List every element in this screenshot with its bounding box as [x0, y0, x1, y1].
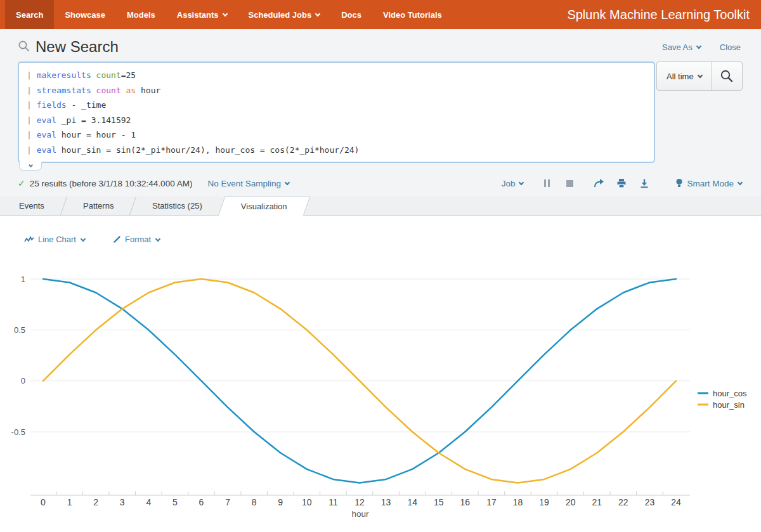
job-menu[interactable]: Job [502, 179, 524, 188]
search-title-icon [18, 40, 30, 55]
x-axis-tick-label: 23 [645, 497, 655, 507]
nav-item-video-tutorials[interactable]: Video Tutorials [372, 0, 453, 29]
x-axis-tick-label: 14 [407, 497, 417, 507]
export-button[interactable] [639, 178, 650, 189]
nav-item-assistants[interactable]: Assistants [166, 0, 238, 29]
x-axis-tick-label: 0 [41, 497, 46, 507]
print-button[interactable] [616, 178, 627, 189]
bulb-icon [675, 178, 683, 188]
save-as-button[interactable]: Save As [662, 42, 701, 52]
x-axis-tick-label: 16 [460, 497, 471, 507]
chevron-down-icon [285, 180, 290, 185]
share-button[interactable] [593, 178, 604, 189]
chart-type-menu[interactable]: Line Chart [24, 235, 85, 244]
y-axis-tick-label: 0 [21, 376, 25, 386]
chevron-down-icon [696, 44, 701, 49]
nav-item-search[interactable]: Search [5, 0, 54, 29]
spl-token: as [126, 86, 136, 95]
job-controls: Job Smart Mode [502, 178, 742, 189]
x-axis-tick-label: 19 [539, 497, 549, 507]
x-axis-tick-label: 24 [671, 497, 681, 507]
pause-button[interactable] [541, 178, 552, 189]
time-range-group: All time [656, 62, 743, 91]
top-nav: SearchShowcaseModelsAssistantsScheduled … [0, 0, 761, 29]
nav-item-label: Models [127, 10, 155, 20]
spl-token: | [27, 100, 37, 110]
x-axis-tick-label: 6 [199, 497, 204, 507]
app-window: SearchShowcaseModelsAssistantsScheduled … [0, 0, 761, 532]
nav-item-showcase[interactable]: Showcase [54, 0, 116, 29]
spl-token: hour = hour - 1 [56, 130, 136, 139]
spl-token [121, 86, 126, 95]
tab-events[interactable]: Events [0, 197, 67, 215]
nav-items: SearchShowcaseModelsAssistantsScheduled … [5, 0, 453, 29]
success-check-icon: ✓ [18, 178, 25, 188]
tab-visualization[interactable]: Visualization [218, 197, 310, 216]
pause-icon [544, 179, 550, 187]
x-axis-tick-label: 17 [486, 497, 497, 507]
spl-token: count [96, 70, 121, 80]
tab-label: Statistics (25) [152, 197, 202, 215]
x-axis-tick-label: 11 [328, 497, 338, 507]
x-axis-tick-label: 15 [434, 497, 444, 507]
time-range-picker[interactable]: All time [657, 62, 712, 90]
search-icon [720, 69, 734, 83]
search-submit-button[interactable] [712, 62, 742, 90]
format-menu[interactable]: Format [113, 235, 160, 244]
spl-token: eval [37, 145, 56, 155]
visualization-panel: Line Chart Format 10.50-0.50123456789101… [0, 216, 761, 532]
spl-token: eval [37, 115, 56, 125]
head-actions: Save As Close [662, 42, 741, 52]
spl-token: - _time [67, 100, 107, 110]
x-axis-tick-label: 20 [566, 497, 576, 507]
x-axis-tick-label: 3 [120, 497, 125, 507]
event-sampling-menu[interactable]: No Event Sampling [207, 179, 289, 188]
nav-item-models[interactable]: Models [116, 0, 166, 29]
x-axis-tick-label: 1 [67, 497, 72, 507]
search-bar-expand-toggle[interactable] [19, 162, 42, 171]
x-axis-tick-label: 7 [225, 497, 230, 507]
search-mode-menu[interactable]: Smart Mode [675, 178, 742, 188]
tab-statistics-25[interactable]: Statistics (25) [130, 197, 224, 215]
chevron-down-icon [738, 180, 743, 185]
spl-token: hour [136, 86, 160, 95]
tab-label: Visualization [241, 197, 287, 216]
nav-item-label: Docs [341, 10, 361, 20]
x-axis-tick-label: 12 [354, 497, 365, 507]
spl-token: | [27, 130, 37, 139]
nav-item-docs[interactable]: Docs [330, 0, 372, 29]
nav-item-label: Video Tutorials [383, 10, 442, 20]
tab-patterns[interactable]: Patterns [61, 197, 136, 215]
spl-token: | [27, 145, 37, 155]
x-axis-tick-label: 22 [618, 497, 628, 507]
nav-item-scheduled-jobs[interactable]: Scheduled Jobs [238, 0, 331, 29]
line-chart[interactable]: 10.50-0.50123456789101112131415161718192… [0, 263, 761, 532]
y-axis-tick-label: 0.5 [14, 325, 25, 335]
spl-token [91, 86, 96, 95]
spl-code-line: | eval hour_sin = sin(2*_pi*hour/24), ho… [27, 143, 646, 158]
legend-label[interactable]: hour_cos [713, 389, 747, 398]
line-chart-icon [24, 236, 34, 243]
page-head: New Search Save As Close [18, 38, 741, 56]
spl-token: | [27, 115, 37, 125]
nav-item-label: Search [16, 10, 43, 20]
spl-token: fields [37, 100, 67, 110]
search-query-input[interactable]: | makeresults count=25| streamstats coun… [18, 62, 655, 163]
chevron-down-icon [519, 180, 524, 185]
stop-button[interactable] [564, 178, 575, 189]
nav-item-label: Assistants [177, 10, 219, 20]
spl-token: | [27, 70, 37, 80]
result-count-text: 25 results (before 3/1/18 10:32:44.000 A… [30, 179, 193, 188]
spl-token: streamstats [37, 86, 91, 95]
pencil-icon [113, 235, 121, 243]
legend-label[interactable]: hour_sin [713, 400, 745, 410]
chevron-down-icon [81, 236, 86, 241]
spl-token: hour_sin = sin(2*_pi*hour/24), hour_cos … [56, 145, 359, 155]
app-title: Splunk Machine Learning Toolkit [567, 0, 761, 29]
close-button[interactable]: Close [720, 42, 741, 52]
y-axis-tick-label: -0.5 [11, 427, 25, 437]
chevron-down-icon [28, 162, 32, 167]
spl-token: =25 [121, 70, 136, 80]
spl-code-line: | eval _pi = 3.141592 [27, 113, 646, 128]
x-axis-title: hour [351, 509, 369, 519]
